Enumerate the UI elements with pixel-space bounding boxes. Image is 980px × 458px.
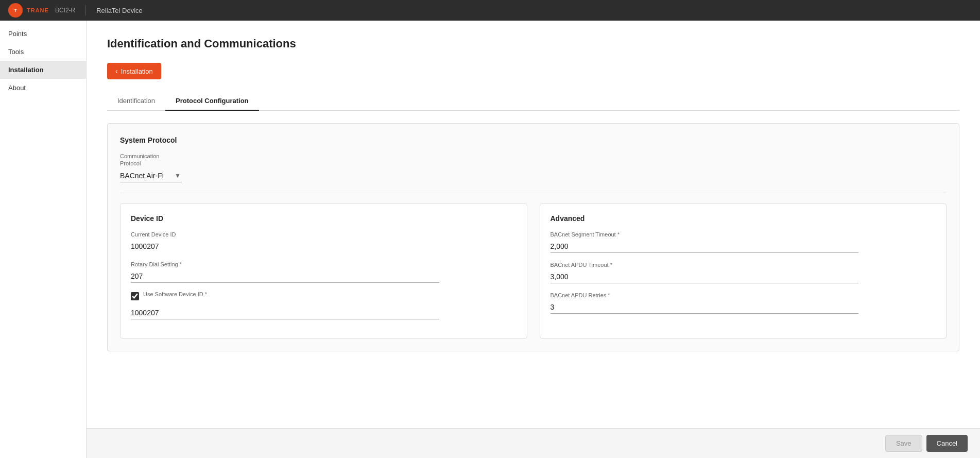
- brand-name: TRANE: [27, 7, 49, 13]
- segment-timeout-label: BACnet Segment Timeout *: [551, 231, 936, 238]
- device-id-title: Device ID: [131, 214, 517, 223]
- use-software-label: Use Software Device ID *: [143, 291, 207, 297]
- header-divider: [85, 5, 86, 15]
- segment-timeout-input[interactable]: [551, 240, 859, 253]
- apdu-timeout-label: BACnet APDU Timeout *: [551, 261, 936, 268]
- sidebar-item-points[interactable]: Points: [0, 25, 86, 43]
- use-software-row: Use Software Device ID *: [131, 291, 517, 300]
- current-device-id-value: 1000207: [131, 240, 517, 252]
- rotary-dial-label: Rotary Dial Setting *: [131, 261, 517, 268]
- trane-logo: T: [8, 3, 23, 18]
- section-divider: [120, 193, 947, 193]
- sidebar-item-installation[interactable]: Installation: [0, 61, 86, 79]
- comm-protocol-group: Communication Protocol BACnet Air-Fi BAC…: [120, 152, 947, 182]
- model-name: BCI2-R: [55, 7, 75, 14]
- chevron-left-icon: ‹: [115, 67, 118, 75]
- header-page-title: ReliaTel Device: [96, 7, 143, 14]
- advanced-panel: Advanced BACnet Segment Timeout * BACnet…: [540, 203, 947, 339]
- system-protocol-section: System Protocol Communication Protocol B…: [120, 136, 947, 182]
- advanced-title: Advanced: [551, 214, 936, 223]
- tab-identification[interactable]: Identification: [107, 92, 165, 111]
- current-device-id-label: Current Device ID: [131, 231, 517, 238]
- software-device-id-group: [131, 307, 517, 319]
- comm-protocol-label: Communication Protocol: [120, 152, 947, 167]
- logo-area: T TRANE BCI2-R: [8, 3, 75, 18]
- two-col-area: Device ID Current Device ID 1000207 Rota…: [120, 203, 947, 339]
- sidebar: Points Tools Installation About: [0, 21, 87, 458]
- device-id-panel: Device ID Current Device ID 1000207 Rota…: [120, 203, 527, 339]
- breadcrumb-label: Installation: [121, 67, 153, 75]
- breadcrumb-button[interactable]: ‹ Installation: [107, 63, 161, 79]
- comm-protocol-select[interactable]: BACnet Air-Fi BACnet MS/TP BACnet IP: [120, 169, 182, 182]
- save-button[interactable]: Save: [885, 435, 922, 452]
- segment-timeout-group: BACnet Segment Timeout *: [551, 231, 936, 253]
- current-device-id-group: Current Device ID 1000207: [131, 231, 517, 252]
- apdu-retries-input[interactable]: [551, 301, 859, 314]
- apdu-retries-group: BACnet APDU Retries *: [551, 292, 936, 314]
- rotary-dial-input[interactable]: [131, 270, 439, 283]
- software-device-id-input[interactable]: [131, 307, 439, 319]
- page-title: Identification and Communications: [107, 37, 959, 50]
- main-content: Identification and Communications ‹ Inst…: [87, 21, 980, 458]
- layout: Points Tools Installation About Identifi…: [0, 21, 980, 458]
- use-software-checkbox[interactable]: [131, 292, 139, 300]
- tabs: Identification Protocol Configuration: [107, 92, 959, 111]
- sidebar-item-about[interactable]: About: [0, 79, 86, 97]
- comm-protocol-select-wrapper: BACnet Air-Fi BACnet MS/TP BACnet IP ▼: [120, 169, 182, 182]
- rotary-dial-group: Rotary Dial Setting *: [131, 261, 517, 283]
- action-bar: Save Cancel: [87, 428, 980, 458]
- system-protocol-title: System Protocol: [120, 136, 947, 144]
- cancel-button[interactable]: Cancel: [926, 435, 968, 452]
- sidebar-item-tools[interactable]: Tools: [0, 43, 86, 61]
- apdu-retries-label: BACnet APDU Retries *: [551, 292, 936, 299]
- cards-area: System Protocol Communication Protocol B…: [107, 123, 959, 351]
- tab-protocol-configuration[interactable]: Protocol Configuration: [165, 92, 259, 111]
- logo-text: T: [14, 8, 16, 13]
- apdu-timeout-group: BACnet APDU Timeout *: [551, 261, 936, 283]
- apdu-timeout-input[interactable]: [551, 270, 859, 283]
- header: T TRANE BCI2-R ReliaTel Device: [0, 0, 980, 21]
